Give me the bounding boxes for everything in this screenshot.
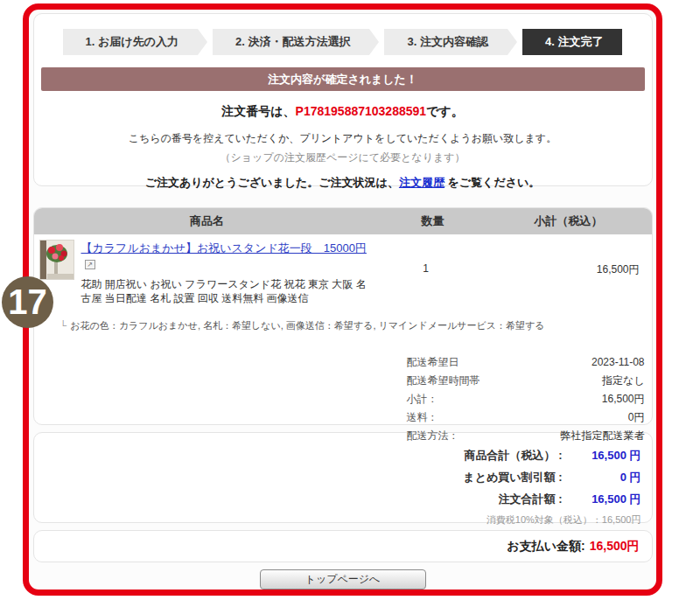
product-description: 花助 開店祝い お祝い フラワースタンド花 祝花 東京 大阪 名古屋 当日配達 … <box>81 277 374 305</box>
detail-label: 小計： <box>407 390 438 408</box>
checkout-step-bar: 1. お届け先の入力 2. 決済・配送方法選択 3. 注文内容確認 4. 注文完… <box>34 29 652 55</box>
product-quantity: 1 <box>374 240 479 305</box>
detail-value: 弊社指定配送業者 <box>561 427 645 445</box>
order-number-prefix: 注文番号は、 <box>221 104 295 118</box>
top-page-button[interactable]: トップページへ <box>260 569 426 590</box>
total-value: 16,500 円 <box>563 448 641 464</box>
footer: トップページへ <box>32 569 653 590</box>
total-value: 16,500 円 <box>563 492 641 507</box>
total-row-items-total: 商品合計（税込） : 16,500 円 <box>34 444 641 466</box>
branch-icon: └ <box>60 320 67 331</box>
column-header-product: 商品名 <box>34 208 381 234</box>
detail-value: 16,500円 <box>602 390 645 408</box>
detail-value: 指定なし <box>602 372 645 390</box>
product-link[interactable]: 【カラフルおまかせ】お祝いスタンド花一段 15000円 <box>81 241 367 255</box>
tax-note: 消費税10%対象（税込）：16,500円 <box>34 513 641 527</box>
detail-label: 配送希望日 <box>407 353 459 372</box>
history-needed-note: （ショップの注文履歴ページにて必要となります） <box>34 150 652 165</box>
total-label: 商品合計（税込） : <box>465 448 563 464</box>
order-number-line: 注文番号は、P178195887103288591です。 <box>34 104 652 120</box>
payment-amount: 16,500円 <box>590 539 640 555</box>
product-info: 【カラフルおまかせ】お祝いスタンド花一段 15000円↗ 花助 開店祝い お祝い… <box>81 240 374 305</box>
keep-number-note: こちらの番号を控えていただくか、プリントアウトをしていただくようお願い致します。 <box>34 131 652 146</box>
detail-row-shipping-fee: 送料： 0円 <box>407 408 645 427</box>
order-number-value: P178195887103288591 <box>296 104 427 118</box>
step-order-complete: 4. 注文完了 <box>522 29 622 55</box>
product-options-text: お花の色：カラフルおまかせ, 名札：希望しない, 画像送信：希望する, リマイン… <box>70 320 544 331</box>
product-subtotal: 16,500円 <box>479 240 645 305</box>
total-row-bulk-discount: まとめ買い割引額 : 0 円 <box>34 466 641 488</box>
column-header-quantity: 数量 <box>381 208 486 234</box>
thanks-suffix: をご覧ください。 <box>444 176 540 189</box>
order-confirmed-banner: 注文内容が確定されました！ <box>41 67 645 91</box>
total-value: 0 円 <box>563 470 641 485</box>
total-row-order-total: 注文合計額 : 16,500 円 <box>34 488 641 510</box>
red-frame: 1. お届け先の入力 2. 決済・配送方法選択 3. 注文内容確認 4. 注文完… <box>23 3 662 596</box>
step-payment-shipping-method: 2. 決済・配送方法選択 <box>213 29 369 55</box>
detail-label: 送料： <box>407 408 438 427</box>
column-header-subtotal: 小計（税込） <box>486 208 652 234</box>
confirmation-card: 1. お届け先の入力 2. 決済・配送方法選択 3. 注文内容確認 4. 注文完… <box>33 13 653 186</box>
detail-label: 配送方法： <box>407 427 459 445</box>
order-history-link[interactable]: 注文履歴 <box>399 176 444 189</box>
annotation-badge-17: 17 <box>2 276 53 328</box>
product-options-line: └お花の色：カラフルおまかせ, 名札：希望しない, 画像送信：希望する, リマイ… <box>60 319 652 332</box>
detail-row-delivery-time: 配送希望時間帯 指定なし <box>407 372 645 390</box>
table-row: 【カラフルおまかせ】お祝いスタンド花一段 15000円↗ 花助 開店祝い お祝い… <box>34 234 652 305</box>
order-complete-page: 1. お届け先の入力 2. 決済・配送方法選択 3. 注文内容確認 4. 注文完… <box>0 0 700 600</box>
thanks-prefix: ご注文ありがとうございました。ご注文状況は、 <box>145 176 399 189</box>
step-order-confirmation: 3. 注文内容確認 <box>384 29 507 55</box>
order-items-card: 商品名 数量 小計（税込） <box>33 207 653 425</box>
total-label: 注文合計額 : <box>499 492 563 507</box>
payment-card: お支払い金額: 16,500円 <box>33 530 653 562</box>
external-link-icon[interactable]: ↗ <box>85 260 95 269</box>
detail-value: 2023-11-08 <box>592 353 645 372</box>
product-thumbnail <box>39 240 74 280</box>
detail-label: 配送希望時間帯 <box>407 372 480 390</box>
total-label: まとめ買い割引額 : <box>463 470 562 485</box>
totals-card: 商品合計（税込） : 16,500 円 まとめ買い割引額 : 0 円 注文合計額… <box>33 432 653 523</box>
detail-row-delivery-date: 配送希望日 2023-11-08 <box>407 353 645 372</box>
table-header-row: 商品名 数量 小計（税込） <box>34 208 652 234</box>
order-number-suffix: です。 <box>426 104 464 118</box>
step-shipping-address: 1. お届け先の入力 <box>63 29 198 55</box>
thank-you-line: ご注文ありがとうございました。ご注文状況は、注文履歴 をご覧ください。 <box>34 175 652 191</box>
detail-value: 0円 <box>628 408 645 427</box>
payment-label: お支払い金額: <box>507 539 584 555</box>
detail-row-subtotal: 小計： 16,500円 <box>407 390 645 408</box>
